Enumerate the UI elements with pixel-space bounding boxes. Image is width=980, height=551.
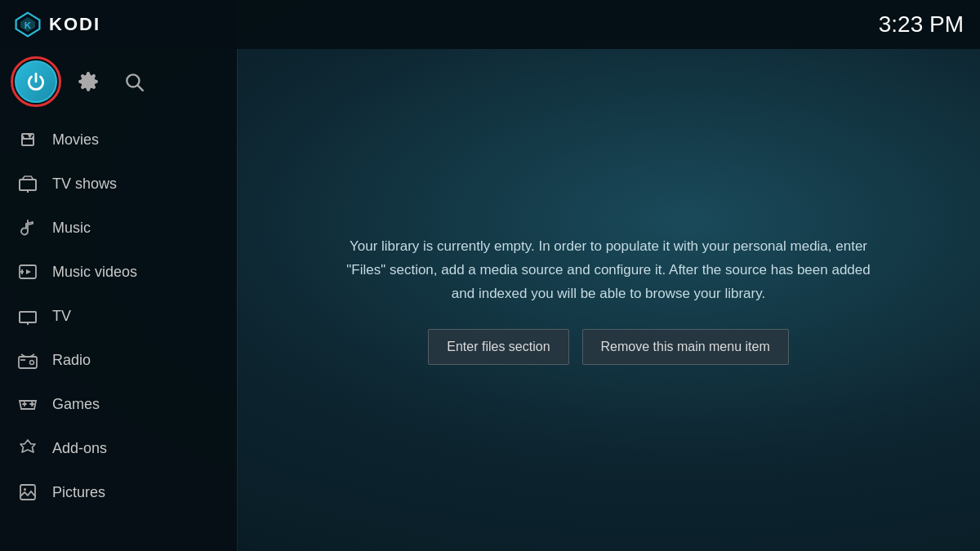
pictures-icon [16,481,39,504]
sidebar-item-add-ons[interactable]: Add-ons [0,426,237,470]
pictures-label: Pictures [52,484,105,501]
music-videos-icon [16,260,39,283]
music-videos-label: Music videos [52,264,137,281]
svg-rect-17 [20,485,35,500]
kodi-logo-icon: K [13,10,42,39]
enter-files-button[interactable]: Enter files section [428,329,568,365]
power-icon [25,71,47,92]
radio-icon [16,349,39,371]
sidebar-item-tv[interactable]: TV [0,294,237,338]
clock: 3:23 PM [879,11,964,38]
games-label: Games [52,396,100,413]
power-button[interactable] [15,60,57,103]
music-icon [16,216,39,239]
svg-point-15 [30,361,34,365]
settings-button[interactable] [74,67,103,96]
kodi-logo: K KODI [13,10,100,39]
sidebar-item-games[interactable]: Games [0,382,237,426]
sidebar-separator [237,49,238,551]
sidebar-item-music[interactable]: Music [0,206,237,250]
sidebar-item-pictures[interactable]: Pictures [0,470,237,514]
library-message: Your library is currently empty. In orde… [339,235,878,306]
remove-menu-item-button[interactable]: Remove this main menu item [582,329,789,365]
sidebar: Movies TV shows Music Music videos [0,0,237,551]
tv-icon [16,304,39,327]
tv-label: TV [52,308,71,325]
gear-icon [78,71,99,92]
sidebar-item-tv-shows[interactable]: TV shows [0,162,237,206]
games-icon [16,393,39,415]
movies-icon [16,128,39,151]
nav-list: Movies TV shows Music Music videos [0,114,237,551]
svg-rect-5 [20,180,36,190]
movies-label: Movies [52,131,99,149]
add-ons-label: Add-ons [52,440,107,457]
music-label: Music [52,220,91,237]
content-box: Your library is currently empty. In orde… [323,235,894,365]
svg-point-18 [24,488,26,491]
radio-label: Radio [52,352,91,369]
tv-shows-icon [16,172,39,195]
main-content: Your library is currently empty. In orde… [237,49,980,551]
tv-shows-label: TV shows [52,176,117,193]
sidebar-item-radio[interactable]: Radio [0,338,237,382]
sidebar-item-music-videos[interactable]: Music videos [0,250,237,294]
sidebar-item-movies[interactable]: Movies [0,118,237,162]
search-button[interactable] [119,67,149,96]
top-bar: K KODI 3:23 PM [0,0,980,49]
svg-rect-11 [20,312,36,322]
add-ons-icon [16,437,39,460]
svg-line-4 [138,86,143,91]
app-name: KODI [49,14,100,35]
svg-text:K: K [24,20,32,30]
button-row: Enter files section Remove this main men… [339,329,878,365]
search-icon [123,71,145,92]
toolbar-icons [0,49,237,114]
